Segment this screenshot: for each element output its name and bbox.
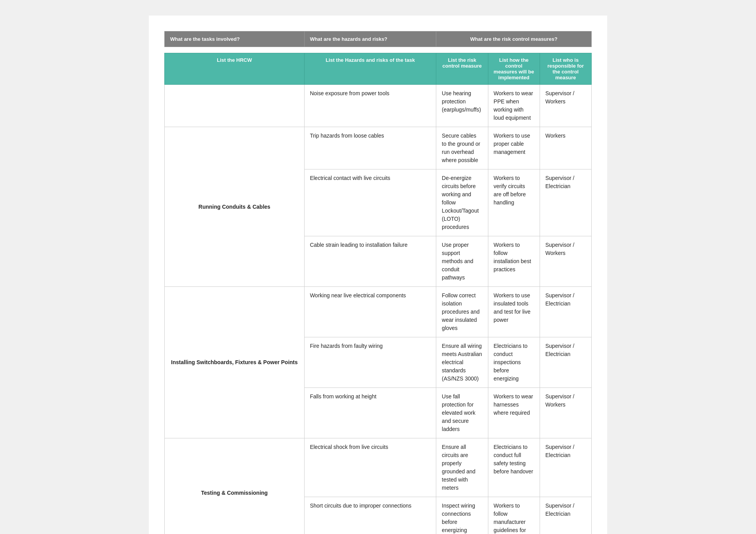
responsible-cell: Supervisor / Electrician [540, 169, 591, 236]
hazard-cell: Electrical contact with live circuits [304, 169, 436, 236]
risk-table: What are the tasks involved? What are th… [164, 31, 592, 534]
implementation-cell: Workers to follow installation best prac… [488, 236, 540, 287]
implementation-cell: Electricians to conduct full safety test… [488, 438, 540, 497]
hazard-cell: Fire hazards from faulty wiring [304, 337, 436, 388]
measure-cell: Use hearing protection (earplugs/muffs) [436, 85, 488, 127]
responsible-cell: Supervisor / Workers [540, 388, 591, 438]
implementation-cell: Workers to use insulated tools and test … [488, 287, 540, 337]
measure-cell: De-energize circuits before working and … [436, 169, 488, 236]
top-header-row: What are the tasks involved? What are th… [165, 31, 592, 47]
implementation-cell: Workers to wear harnesses where required [488, 388, 540, 438]
top-header-col1: What are the tasks involved? [165, 31, 305, 47]
sub-header-col1: List the HRCW [165, 53, 305, 85]
responsible-cell: Supervisor / Electrician [540, 337, 591, 388]
responsible-cell: Supervisor / Workers [540, 236, 591, 287]
measure-cell: Inspect wiring connections before energi… [436, 497, 488, 534]
implementation-cell: Workers to verify circuits are off befor… [488, 169, 540, 236]
implementation-cell: Electricians to conduct inspections befo… [488, 337, 540, 388]
task-cell [165, 85, 305, 127]
implementation-cell: Workers to follow manufacturer guideline… [488, 497, 540, 534]
implementation-cell: Workers to use proper cable management [488, 127, 540, 169]
measure-cell: Follow correct isolation procedures and … [436, 287, 488, 337]
hazard-cell: Short circuits due to improper connectio… [304, 497, 436, 534]
implementation-cell: Workers to wear PPE when working with lo… [488, 85, 540, 127]
responsible-cell: Supervisor / Workers [540, 85, 591, 127]
task-cell: Running Conduits & Cables [165, 127, 305, 287]
measure-cell: Ensure all circuits are properly grounde… [436, 438, 488, 497]
task-cell: Installing Switchboards, Fixtures & Powe… [165, 287, 305, 438]
responsible-cell: Supervisor / Electrician [540, 497, 591, 534]
sub-header-row: List the HRCW List the Hazards and risks… [165, 53, 592, 85]
hazard-cell: Electrical shock from live circuits [304, 438, 436, 497]
measure-cell: Ensure all wiring meets Australian elect… [436, 337, 488, 388]
sub-header-col2: List the Hazards and risks of the task [304, 53, 436, 85]
table-row: Testing & CommissioningElectrical shock … [165, 438, 592, 497]
top-header-col2: What are the hazards and risks? [304, 31, 436, 47]
hazard-cell: Noise exposure from power tools [304, 85, 436, 127]
responsible-cell: Supervisor / Electrician [540, 438, 591, 497]
table-row: Installing Switchboards, Fixtures & Powe… [165, 287, 592, 337]
measure-cell: Use proper support methods and conduit p… [436, 236, 488, 287]
top-header-col3: What are the risk control measures? [436, 31, 592, 47]
responsible-cell: Supervisor / Electrician [540, 287, 591, 337]
responsible-cell: Workers [540, 127, 591, 169]
hazard-cell: Falls from working at height [304, 388, 436, 438]
table-row: Noise exposure from power toolsUse heari… [165, 85, 592, 127]
hazard-cell: Cable strain leading to installation fai… [304, 236, 436, 287]
sub-header-col3: List the risk control measure [436, 53, 488, 85]
hazard-cell: Trip hazards from loose cables [304, 127, 436, 169]
page-wrapper: What are the tasks involved? What are th… [149, 16, 607, 534]
task-cell: Testing & Commissioning [165, 438, 305, 534]
table-body: Noise exposure from power toolsUse heari… [165, 85, 592, 534]
measure-cell: Use fall protection for elevated work an… [436, 388, 488, 438]
spacer-row [165, 47, 592, 53]
hazard-cell: Working near live electrical components [304, 287, 436, 337]
measure-cell: Secure cables to the ground or run overh… [436, 127, 488, 169]
sub-header-col5: List who is responsible for the control … [540, 53, 591, 85]
table-row: Running Conduits & CablesTrip hazards fr… [165, 127, 592, 169]
sub-header-col4: List how the control measures will be im… [488, 53, 540, 85]
